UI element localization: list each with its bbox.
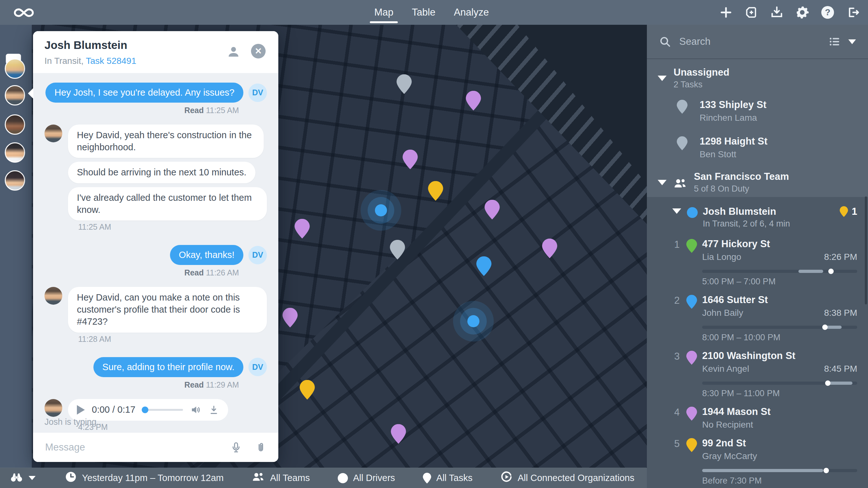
tab-map[interactable]: Map: [374, 0, 393, 25]
filter-bar: Yesterday 11pm – Tomorrow 12am All Teams…: [0, 468, 647, 488]
connected-org-icon: [500, 471, 513, 485]
person-icon[interactable]: [226, 44, 241, 60]
sender-avatar: [44, 287, 62, 305]
volume-icon[interactable]: [190, 404, 202, 416]
attachment-icon[interactable]: [255, 441, 267, 453]
map-task-pin-icon[interactable]: [294, 219, 310, 240]
section-unassigned[interactable]: Unassigned 2 Tasks: [647, 59, 868, 93]
export-icon[interactable]: [770, 5, 784, 20]
task-pin-icon: [423, 473, 431, 484]
collapse-caret-icon[interactable]: [658, 75, 666, 81]
map-task-pin-icon[interactable]: [390, 240, 405, 261]
search-input[interactable]: [679, 36, 821, 48]
section-team[interactable]: San Francisco Team 5 of 8 On Duty: [647, 166, 868, 197]
task-pin-icon: [686, 295, 697, 309]
map-task-pin-icon[interactable]: [542, 239, 557, 260]
task-sidebar: Unassigned 2 Tasks 133 Shipley St Rinche…: [647, 25, 868, 488]
map-task-pin-icon[interactable]: [300, 380, 315, 401]
map-driver-dot[interactable]: [453, 301, 494, 341]
task-timeline: [702, 469, 857, 472]
binoculars-icon: [9, 471, 24, 485]
chat-title: Josh Blumstein: [44, 39, 127, 52]
teams-filter[interactable]: All Teams: [252, 471, 310, 485]
dv-avatar-badge: DV: [248, 246, 267, 264]
map-task-pin-icon[interactable]: [397, 74, 412, 95]
task-row-2[interactable]: 2 1646 Sutter St John Baily 8:38 PM 8:00…: [647, 289, 868, 345]
driver-task-badge: 1: [833, 206, 857, 217]
chevron-down-icon: [29, 476, 36, 480]
add-icon[interactable]: [719, 5, 733, 20]
chat-avatar-2-josh[interactable]: [5, 85, 25, 105]
chat-messages: Hey Josh, I see you're delayed. Any issu…: [33, 73, 278, 433]
close-icon[interactable]: ✕: [251, 44, 266, 58]
read-receipt: Read 11:29 AM: [44, 380, 267, 390]
audio-seekbar[interactable]: [142, 409, 183, 411]
sidebar-scrollbar[interactable]: [865, 196, 867, 304]
collapse-caret-icon[interactable]: [658, 180, 666, 185]
play-icon[interactable]: [77, 405, 85, 415]
task-timeline: [702, 326, 857, 329]
chat-avatar-3[interactable]: [5, 114, 25, 135]
sort-chevron-down-icon[interactable]: [848, 39, 856, 44]
chat-rail: [0, 25, 32, 468]
message-outgoing: Sure, adding to their profile now. DV: [44, 357, 267, 377]
tab-analyze[interactable]: Analyze: [454, 0, 489, 25]
map-task-pin-icon[interactable]: [403, 150, 418, 171]
task-row-3[interactable]: 3 2100 Washington St Kevin Angel 8:45 PM…: [647, 345, 868, 401]
map-task-pin-icon[interactable]: [391, 424, 406, 445]
chat-avatar-1[interactable]: [5, 58, 25, 79]
task-row-5[interactable]: 5 99 2nd St Gray McCarty Before 7:30 PM: [647, 432, 868, 488]
chat-avatar-4[interactable]: [5, 142, 25, 163]
task-pin-icon: [686, 351, 697, 365]
tasks-filter[interactable]: All Tasks: [423, 473, 472, 484]
map-task-pin-icon[interactable]: [466, 91, 481, 112]
clock-icon: [65, 471, 77, 485]
unassigned-task-row[interactable]: 1298 Haight St Ben Stott: [647, 129, 868, 166]
dv-avatar-badge: DV: [248, 358, 267, 376]
logout-icon[interactable]: [846, 5, 860, 20]
map-task-pin-icon[interactable]: [485, 200, 500, 221]
timestamp: 11:28 AM: [44, 335, 267, 344]
time-range-filter[interactable]: Yesterday 11pm – Tomorrow 12am: [65, 471, 224, 485]
message-input[interactable]: [44, 441, 217, 453]
map-task-pin-icon[interactable]: [476, 256, 492, 277]
selected-driver-block: Josh Blumstein In Transit, 2 of 6, 4 min…: [647, 197, 868, 488]
message-incoming: Hey David, can you make a note on this c…: [44, 287, 267, 332]
microphone-icon[interactable]: [230, 441, 242, 453]
settings-gear-icon[interactable]: [795, 5, 810, 20]
chat-avatar-5[interactable]: [5, 170, 25, 191]
badge-pin-icon: [840, 206, 848, 217]
message-outgoing: Okay, thanks! DV: [44, 245, 267, 265]
unassigned-task-row[interactable]: 133 Shipley St Rinchen Lama: [647, 93, 868, 129]
task-row-1[interactable]: 1 477 Hickory St Lia Longo 8:26 PM 5:00 …: [647, 233, 868, 289]
import-icon[interactable]: [744, 5, 759, 20]
task-row-4[interactable]: 4 1944 Mason St No Recipient: [647, 401, 868, 432]
app-root: Map Table Analyze ?: [0, 0, 868, 488]
task-link[interactable]: Task 528491: [86, 56, 136, 66]
top-actions: ?: [719, 0, 860, 25]
collapse-caret-icon[interactable]: [672, 208, 681, 214]
drivers-filter[interactable]: All Drivers: [338, 473, 395, 483]
top-bar: Map Table Analyze ?: [0, 0, 868, 25]
download-icon[interactable]: [209, 404, 219, 415]
map-driver-dot[interactable]: [361, 190, 401, 231]
driver-circle-icon: [338, 473, 348, 483]
tab-table[interactable]: Table: [412, 0, 435, 25]
message-composer: [33, 433, 278, 462]
task-timeline: [702, 382, 857, 385]
onfleet-logo-icon[interactable]: [13, 6, 35, 21]
task-pin-icon: [677, 136, 687, 150]
driver-row-josh[interactable]: Josh Blumstein In Transit, 2 of 6, 4 min…: [647, 202, 868, 233]
sender-avatar: [44, 125, 62, 142]
teams-people-icon: [252, 471, 265, 485]
help-icon[interactable]: ?: [820, 5, 835, 20]
task-pin-icon: [686, 407, 697, 421]
organizations-filter[interactable]: All Connected Organizations: [500, 471, 634, 485]
map-task-pin-icon[interactable]: [428, 181, 443, 202]
sidebar-search: [647, 25, 868, 58]
map-task-pin-icon[interactable]: [282, 308, 298, 329]
chat-subtitle: In Transit, Task 528491: [44, 56, 136, 66]
list-view-icon[interactable]: [829, 36, 841, 48]
typing-indicator: Josh is typing...: [44, 417, 103, 427]
lookout-filter[interactable]: [9, 471, 36, 485]
